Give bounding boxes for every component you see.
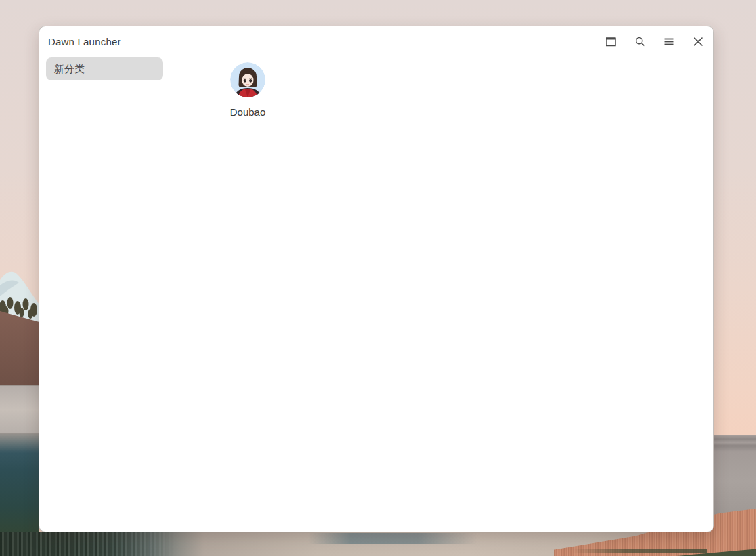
wallpaper-reeds-waterline [572,549,707,553]
maximize-button[interactable] [605,36,617,47]
menu-icon [663,36,675,47]
category-sidebar: 新分类 [39,56,208,80]
app-label: Doubao [230,106,266,118]
close-icon [692,36,704,47]
category-item-new[interactable]: 新分类 [46,57,163,80]
app-grid: Doubao [208,56,713,118]
search-button[interactable] [634,36,646,47]
window-controls [605,36,704,47]
window-titlebar[interactable]: Dawn Launcher [39,26,713,56]
app-item-doubao[interactable]: Doubao [197,62,298,118]
window-title: Dawn Launcher [48,36,605,47]
search-icon [634,36,646,47]
dawn-launcher-window: Dawn Launcher [39,26,714,532]
maximize-icon [605,36,617,47]
wallpaper-tree-reflections [0,532,176,556]
close-button[interactable] [692,36,704,47]
wallpaper-blue-streaks [308,533,477,544]
window-body: 新分类 [39,56,713,532]
doubao-avatar [230,62,265,97]
wallpaper-mountain-scene [0,262,39,433]
category-label: 新分类 [54,63,85,76]
menu-button[interactable] [663,36,675,47]
